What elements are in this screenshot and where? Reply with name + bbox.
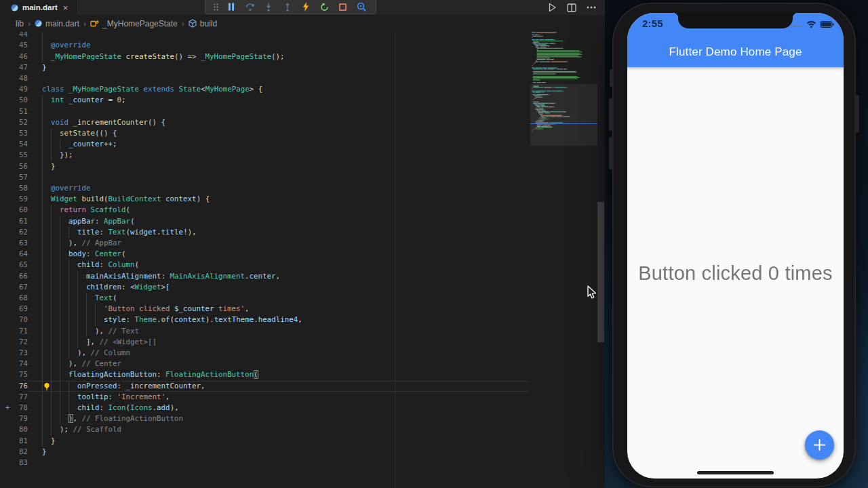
token: setState (60, 129, 95, 138)
code-line-44[interactable]: 44 (0, 32, 605, 41)
token: // FloatingActionButton (82, 414, 184, 423)
code-line-52[interactable]: 52 void _incrementCounter() { (0, 117, 605, 129)
code-line-66[interactable]: 66 mainAxisAlignment: MainAxisAlignment.… (0, 271, 605, 283)
code-line-48[interactable]: 48 (0, 73, 605, 85)
code-line-51[interactable]: 51 (0, 106, 605, 118)
token: } (42, 447, 47, 456)
widget-inspector-button[interactable] (353, 1, 371, 14)
token: ( (126, 205, 131, 214)
code-line-60[interactable]: 60 return Scaffold( (0, 205, 605, 216)
more-actions-button[interactable] (586, 2, 597, 13)
code-line-58[interactable]: 58 @override (0, 183, 605, 195)
breadcrumb-item-maindart[interactable]: main.dart (35, 19, 79, 28)
minimap-slider[interactable] (530, 84, 597, 146)
code-line-67[interactable]: 67 children: <Widget>[ (0, 282, 605, 293)
split-editor-button[interactable] (566, 2, 577, 13)
code-line-63[interactable]: 63 ), // AppBar (0, 238, 605, 249)
code-line-77[interactable]: 77 tooltip: 'Increment', (0, 392, 605, 403)
restart-button[interactable] (315, 1, 334, 14)
code-line-64[interactable]: 64 body: Center( (0, 249, 605, 260)
code-line-50[interactable]: 50 int _counter = 0; (0, 95, 605, 106)
code-line-65[interactable]: 65 child: Column( (0, 260, 605, 271)
token: , (73, 414, 82, 423)
token: ; (121, 96, 126, 104)
step-into-button[interactable] (259, 1, 277, 14)
token: ++; (104, 140, 117, 148)
code-line-81[interactable]: 81 } (0, 436, 605, 447)
line-number: 59 (0, 194, 28, 205)
breadcrumb-item-build[interactable]: build (189, 19, 217, 28)
hot-reload-button[interactable] (296, 1, 315, 14)
code-line-79[interactable]: 79 ), // FloatingActionButton (0, 413, 605, 425)
step-over-button[interactable] (241, 1, 259, 14)
code-line-53[interactable]: 53 setState(() { (0, 128, 605, 140)
breadcrumb-item-myhomepagestate[interactable]: _MyHomePageState (90, 19, 178, 28)
line-number: 63 (0, 238, 28, 249)
line-number: 66 (0, 271, 28, 282)
token: return (60, 205, 86, 214)
line-number: 74 (0, 359, 28, 369)
code-text: 'Button clicked $_counter times', (42, 304, 250, 314)
code-line-75[interactable]: 75 floatingActionButton: FloatingActionB… (0, 369, 605, 381)
code-line-71[interactable]: 71 ), // Text (0, 326, 605, 338)
minimap-current-line-marker (530, 123, 597, 125)
code-line-49[interactable]: 49class _MyHomePageState extends State<M… (0, 84, 605, 96)
dart-icon (35, 20, 42, 27)
lightbulb-icon[interactable] (43, 382, 51, 391)
drag-grip[interactable] (210, 1, 222, 14)
code-text: @override (42, 40, 91, 51)
token: FloatingActionButton (165, 370, 254, 379)
code-line-73[interactable]: 73 ), // Column (0, 348, 605, 359)
code-text: }); (42, 150, 73, 161)
code-text: title: Text(widget.title!), (42, 227, 197, 238)
token: children (86, 283, 121, 291)
mouse-cursor-arrow (587, 285, 597, 300)
run-button[interactable] (547, 2, 557, 13)
token: , (298, 315, 302, 324)
code-line-83[interactable]: 83 (0, 458, 605, 469)
floating-action-button[interactable] (805, 430, 834, 460)
code-line-69[interactable]: 69 'Button clicked $_counter times', (0, 304, 605, 315)
breadcrumb-separator: › (28, 19, 31, 28)
line-number: 46 (0, 52, 28, 62)
home-indicator[interactable] (697, 471, 774, 474)
code-text: mainAxisAlignment: MainAxisAlignment.cen… (42, 271, 280, 282)
code-line-46[interactable]: 46 _MyHomePageState createState() => _My… (0, 52, 605, 63)
code-line-70[interactable]: 70 style: Theme.of(context).textTheme.he… (0, 314, 605, 326)
tab-main-dart[interactable]: main.dart × (0, 0, 77, 15)
code-line-57[interactable]: 57 (0, 172, 605, 184)
code-text: floatingActionButton: FloatingActionButt… (42, 369, 258, 380)
code-line-78[interactable]: 78 child: Icon(Icons.add), (0, 403, 605, 414)
token: ), (68, 239, 82, 247)
pause-button[interactable] (222, 1, 241, 14)
code-line-76[interactable]: 76 onPressed: _incrementCounter, (0, 381, 605, 392)
vertical-scrollbar[interactable] (597, 202, 604, 342)
code-line-82[interactable]: 82} (0, 447, 605, 458)
code-line-80[interactable]: 80 ); // Scaffold (0, 424, 605, 436)
breadcrumb-item-lib[interactable]: lib (16, 19, 24, 28)
line-number: 44 (0, 32, 28, 40)
code-line-62[interactable]: 62 title: Text(widget.title!), (0, 227, 605, 239)
code-line-68[interactable]: 68 Text( (0, 293, 605, 304)
code-text: ), // Text (42, 326, 139, 337)
code-line-45[interactable]: 45 @override (0, 40, 605, 52)
step-out-button[interactable] (278, 1, 296, 14)
code-line-72[interactable]: 72 ], // <Widget>[] (0, 337, 605, 348)
stop-button[interactable] (334, 1, 352, 14)
code-line-61[interactable]: 61 appBar: AppBar( (0, 216, 605, 228)
code-line-55[interactable]: 55 }); (0, 150, 605, 161)
code-line-59[interactable]: 59 Widget build(BuildContext context) { (0, 194, 605, 205)
tab-close-icon[interactable]: × (63, 3, 68, 12)
code-line-54[interactable]: 54 _counter++; (0, 139, 605, 150)
counter-text: Button clicked 0 times (627, 262, 844, 285)
token: = (104, 96, 117, 104)
token: center (250, 272, 276, 281)
code-text: tooltip: 'Increment', (42, 392, 170, 403)
code-line-74[interactable]: 74 ), // Center (0, 359, 605, 370)
code-editor[interactable]: 4445 @override46 _MyHomePageState create… (0, 32, 605, 488)
code-text: onPressed: _incrementCounter, (42, 381, 205, 392)
code-text: _counter++; (42, 139, 117, 150)
code-line-56[interactable]: 56 } (0, 161, 605, 173)
code-line-47[interactable]: 47} (0, 62, 605, 74)
token: extends (144, 85, 175, 94)
